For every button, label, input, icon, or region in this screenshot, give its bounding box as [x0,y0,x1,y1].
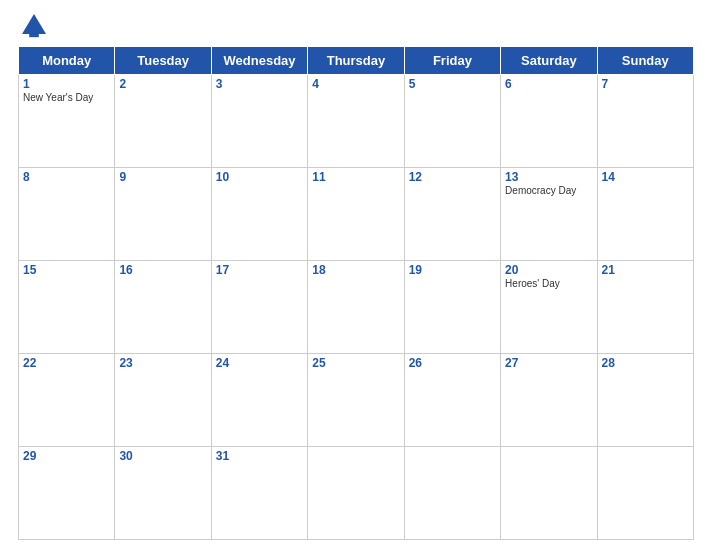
calendar-cell: 11 [308,168,404,261]
calendar-cell [501,447,597,540]
calendar-cell: 9 [115,168,211,261]
calendar-cell: 8 [19,168,115,261]
calendar-cell [404,447,500,540]
day-number: 13 [505,170,592,184]
weekday-header-sunday: Sunday [597,47,693,75]
calendar-cell: 14 [597,168,693,261]
calendar-cell: 28 [597,354,693,447]
day-number: 20 [505,263,592,277]
calendar-body: 1New Year's Day2345678910111213Democracy… [19,75,694,540]
day-number: 22 [23,356,110,370]
day-number: 24 [216,356,303,370]
calendar-cell: 13Democracy Day [501,168,597,261]
calendar-cell: 2 [115,75,211,168]
calendar-cell: 1New Year's Day [19,75,115,168]
calendar-cell: 10 [211,168,307,261]
calendar-cell [597,447,693,540]
day-number: 3 [216,77,303,91]
calendar-cell: 17 [211,261,307,354]
day-number: 14 [602,170,689,184]
svg-rect-2 [29,32,39,37]
day-number: 8 [23,170,110,184]
holiday-name: New Year's Day [23,92,110,103]
weekday-header-wednesday: Wednesday [211,47,307,75]
day-number: 29 [23,449,110,463]
week-row-1: 1New Year's Day234567 [19,75,694,168]
day-number: 9 [119,170,206,184]
calendar-cell [308,447,404,540]
week-row-3: 151617181920Heroes' Day21 [19,261,694,354]
calendar-cell: 19 [404,261,500,354]
calendar-table: MondayTuesdayWednesdayThursdayFridaySatu… [18,46,694,540]
calendar-cell: 31 [211,447,307,540]
holiday-name: Democracy Day [505,185,592,196]
calendar-cell: 24 [211,354,307,447]
calendar-header: MondayTuesdayWednesdayThursdayFridaySatu… [19,47,694,75]
calendar-cell: 21 [597,261,693,354]
generalblue-logo-icon [18,10,50,42]
week-row-2: 8910111213Democracy Day14 [19,168,694,261]
day-number: 12 [409,170,496,184]
day-number: 4 [312,77,399,91]
calendar-cell: 4 [308,75,404,168]
day-number: 25 [312,356,399,370]
weekday-header-tuesday: Tuesday [115,47,211,75]
calendar-cell: 23 [115,354,211,447]
day-number: 5 [409,77,496,91]
day-number: 16 [119,263,206,277]
weekday-header-monday: Monday [19,47,115,75]
day-number: 28 [602,356,689,370]
calendar-cell: 3 [211,75,307,168]
day-number: 2 [119,77,206,91]
weekday-row: MondayTuesdayWednesdayThursdayFridaySatu… [19,47,694,75]
calendar-cell: 16 [115,261,211,354]
day-number: 7 [602,77,689,91]
day-number: 19 [409,263,496,277]
holiday-name: Heroes' Day [505,278,592,289]
calendar-cell: 5 [404,75,500,168]
calendar-cell: 26 [404,354,500,447]
calendar-cell: 29 [19,447,115,540]
day-number: 31 [216,449,303,463]
calendar-cell: 18 [308,261,404,354]
day-number: 17 [216,263,303,277]
calendar-cell: 15 [19,261,115,354]
calendar-cell: 25 [308,354,404,447]
day-number: 11 [312,170,399,184]
day-number: 10 [216,170,303,184]
day-number: 30 [119,449,206,463]
week-row-5: 293031 [19,447,694,540]
day-number: 15 [23,263,110,277]
calendar-cell: 7 [597,75,693,168]
logo [18,10,54,42]
week-row-4: 22232425262728 [19,354,694,447]
day-number: 23 [119,356,206,370]
day-number: 26 [409,356,496,370]
day-number: 1 [23,77,110,91]
calendar-cell: 20Heroes' Day [501,261,597,354]
day-number: 21 [602,263,689,277]
weekday-header-saturday: Saturday [501,47,597,75]
calendar-cell: 22 [19,354,115,447]
calendar-cell: 6 [501,75,597,168]
weekday-header-friday: Friday [404,47,500,75]
day-number: 27 [505,356,592,370]
top-bar [18,10,694,42]
calendar-cell: 27 [501,354,597,447]
day-number: 6 [505,77,592,91]
weekday-header-thursday: Thursday [308,47,404,75]
calendar-cell: 30 [115,447,211,540]
calendar-cell: 12 [404,168,500,261]
day-number: 18 [312,263,399,277]
